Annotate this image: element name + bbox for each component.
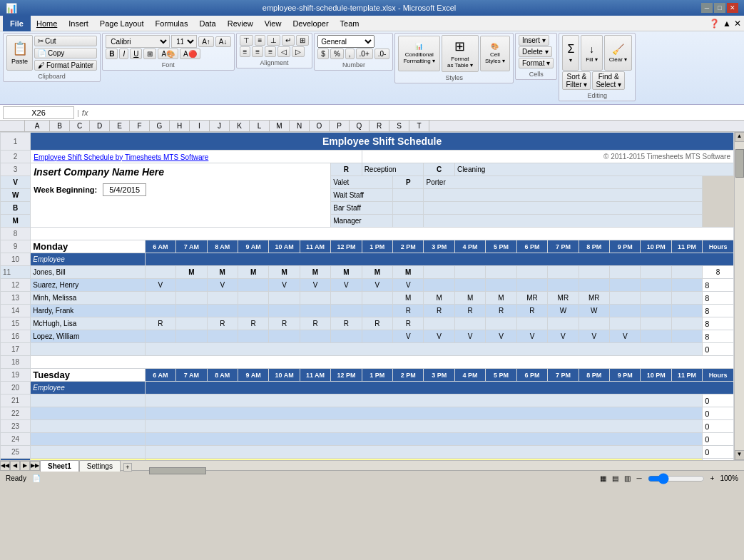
view-menu[interactable]: View (259, 16, 287, 31)
emp-minh[interactable]: Minh, Melissa (31, 292, 145, 305)
format-as-table-button[interactable]: ⊞ Formatas Table ▾ (442, 35, 479, 72)
zoom-decrease-icon[interactable]: ─ (636, 474, 641, 482)
copy-button[interactable]: 📄 Copy (34, 48, 97, 58)
percent-button[interactable]: % (330, 49, 344, 59)
lopez-4pm[interactable]: V (454, 330, 485, 343)
jones-2pm[interactable]: M (393, 266, 424, 279)
col-header-C[interactable]: C (70, 121, 90, 131)
suarez-10am[interactable]: V (269, 279, 300, 292)
page-layout-menu[interactable]: Page Layout (94, 16, 150, 31)
hardy-11am[interactable] (300, 305, 330, 317)
suarez-11am[interactable]: V (300, 279, 330, 292)
hardy-9am[interactable] (238, 305, 268, 317)
tue-emp-22[interactable] (31, 407, 145, 420)
scroll-down-button[interactable]: ▼ (735, 450, 745, 460)
file-menu[interactable]: File (3, 16, 31, 31)
suarez-9pm[interactable] (610, 279, 641, 292)
row-23[interactable]: 23 0 (1, 420, 734, 433)
jones-4pm[interactable] (454, 266, 485, 279)
close-button[interactable]: ✕ (727, 3, 738, 13)
col-header-M[interactable]: M (270, 121, 290, 131)
jones-1pm[interactable]: M (362, 266, 392, 279)
hardy-6am[interactable] (145, 305, 175, 317)
lopez-1pm[interactable] (362, 330, 392, 343)
col-header-J[interactable]: J (210, 121, 230, 131)
mchugh-11pm[interactable] (671, 317, 702, 330)
currency-button[interactable]: $ (317, 49, 329, 59)
minh-9am[interactable] (238, 292, 268, 305)
lopez-6pm[interactable]: V (516, 330, 547, 343)
mchugh-8am[interactable]: R (207, 317, 238, 330)
tue-26-shifts[interactable] (145, 459, 703, 461)
maximize-button[interactable]: □ (714, 3, 725, 13)
minh-10am[interactable] (269, 292, 300, 305)
cell-styles-button[interactable]: 🎨 CellStyles ▾ (480, 36, 510, 71)
sort-filter-button[interactable]: Sort &Filter ▾ (562, 71, 591, 90)
mchugh-2pm[interactable]: R (393, 317, 424, 330)
tue-emp-24[interactable] (31, 433, 145, 446)
hardy-11pm[interactable] (671, 305, 702, 317)
mchugh-3pm[interactable] (424, 317, 454, 330)
hardy-2pm[interactable]: R (393, 305, 424, 317)
help-icon[interactable]: ❓ (709, 19, 720, 29)
mchugh-4pm[interactable] (454, 317, 485, 330)
col-header-A[interactable]: A (25, 121, 50, 131)
lopez-11pm[interactable] (671, 330, 702, 343)
lopez-7am[interactable] (176, 330, 207, 343)
mchugh-7pm[interactable] (548, 317, 579, 330)
col-header-P[interactable]: P (330, 121, 350, 131)
col-header-H[interactable]: H (170, 121, 190, 131)
week-date[interactable]: 5/4/2015 (103, 183, 146, 196)
col-header-E[interactable]: E (110, 121, 130, 131)
schedule-link[interactable]: Employee Shift Schedule by Timesheets MT… (34, 153, 208, 161)
lopez-8am[interactable] (207, 330, 238, 343)
align-middle-button[interactable]: ≡ (255, 35, 266, 46)
minh-11pm[interactable] (671, 292, 702, 305)
mchugh-9pm[interactable] (610, 317, 641, 330)
suarez-7pm[interactable] (548, 279, 579, 292)
suarez-3pm[interactable] (424, 279, 454, 292)
suarez-7am[interactable] (176, 279, 207, 292)
minh-8pm[interactable]: MR (579, 292, 609, 305)
mchugh-5pm[interactable] (486, 317, 516, 330)
sheet-tab-settings[interactable]: Settings (79, 460, 121, 472)
mchugh-6am[interactable]: R (145, 317, 175, 330)
comma-button[interactable]: , (345, 49, 355, 59)
hardy-8am[interactable] (207, 305, 238, 317)
mchugh-10am[interactable]: R (269, 317, 300, 330)
formulas-menu[interactable]: Formulas (150, 16, 194, 31)
tab-first-button[interactable]: ◀◀ (0, 461, 10, 471)
minh-11am[interactable] (300, 292, 330, 305)
mchugh-6pm[interactable] (516, 317, 547, 330)
row-26[interactable]: 26 0 (1, 459, 734, 461)
emp-mchugh[interactable]: McHugh, Lisa (31, 317, 145, 330)
suarez-6am[interactable]: V (145, 279, 175, 292)
link-cell[interactable]: Employee Shift Schedule by Timesheets MT… (31, 151, 362, 163)
row-13[interactable]: 13 Minh, Melissa M M M M MR MR M (1, 292, 734, 305)
jones-10am[interactable]: M (269, 266, 300, 279)
align-bottom-button[interactable]: ⊥ (267, 35, 280, 46)
minh-7am[interactable] (176, 292, 207, 305)
suarez-9am[interactable] (238, 279, 268, 292)
jones-6am[interactable] (145, 266, 175, 279)
font-size-select[interactable]: 11 (171, 35, 197, 48)
lopez-10am[interactable] (269, 330, 300, 343)
minh-5pm[interactable]: M (486, 292, 516, 305)
font-color-button[interactable]: A🔴 (180, 49, 200, 59)
jones-7pm[interactable] (548, 266, 579, 279)
suarez-4pm[interactable] (454, 279, 485, 292)
hardy-4pm[interactable]: R (454, 305, 485, 317)
align-top-button[interactable]: ⊤ (240, 35, 253, 46)
suarez-11pm[interactable] (671, 279, 702, 292)
lopez-10pm[interactable] (641, 330, 671, 343)
mchugh-7am[interactable] (176, 317, 207, 330)
mchugh-10pm[interactable] (641, 317, 671, 330)
suarez-6pm[interactable] (516, 279, 547, 292)
col-header-F[interactable]: F (130, 121, 150, 131)
vertical-scrollbar[interactable]: ▲ ▼ (734, 132, 744, 460)
suarez-8pm[interactable] (579, 279, 609, 292)
format-painter-button[interactable]: 🖌 Format Painter (34, 60, 97, 71)
font-family-select[interactable]: Calibri (106, 35, 170, 48)
scroll-up-button[interactable]: ▲ (735, 132, 745, 142)
row-15[interactable]: 15 McHugh, Lisa R R R R R R R R (1, 317, 734, 330)
